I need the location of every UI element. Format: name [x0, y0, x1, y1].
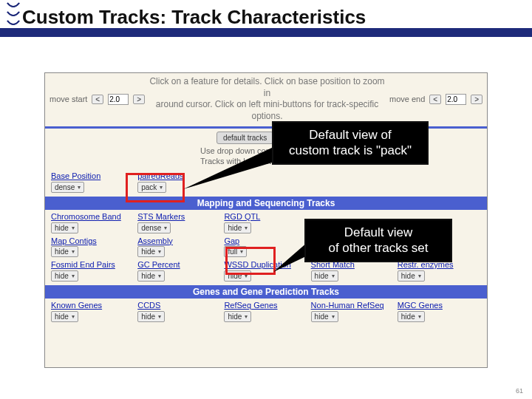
- move-end-label: move end: [389, 95, 425, 103]
- callout-other-line1: Default view: [344, 225, 413, 239]
- select-ccds[interactable]: hide▾: [137, 311, 165, 322]
- section-genes: Genes and Gene Prediction Tracks: [45, 285, 487, 299]
- move-start-input[interactable]: [108, 94, 129, 105]
- callout-other-line2: of other tracks set: [328, 241, 428, 255]
- callout-pack: Default view of custom track is "pack": [272, 121, 429, 165]
- select-restr[interactable]: hide▾: [398, 270, 425, 282]
- slide-title: Custom Tracks: Track Characteristics: [22, 6, 366, 29]
- select-paired-reads[interactable]: pack▾: [137, 182, 166, 193]
- select-short-match[interactable]: hide▾: [311, 270, 338, 282]
- select-fosmid[interactable]: hide▾: [51, 270, 78, 282]
- select-rgd-qtl[interactable]: hide▾: [224, 222, 251, 233]
- track-known-genes[interactable]: Known Genes: [51, 301, 134, 310]
- track-nonhuman-refseq[interactable]: Non-Human RefSeq: [311, 301, 395, 310]
- select-base-position[interactable]: dense▾: [51, 182, 84, 193]
- move-end-right-button[interactable]: >: [471, 95, 482, 104]
- default-tracks-button[interactable]: default tracks: [216, 132, 273, 144]
- select-sts-markers[interactable]: dense▾: [137, 222, 171, 233]
- track-assembly[interactable]: Assembly: [137, 236, 221, 246]
- select-gc-percent[interactable]: hide▾: [137, 270, 165, 282]
- select-assembly[interactable]: hide▾: [137, 246, 165, 257]
- select-map-contigs[interactable]: hide▾: [51, 246, 78, 257]
- track-ccds[interactable]: CCDS: [137, 301, 221, 310]
- select-wssd[interactable]: hide▾: [224, 270, 251, 282]
- select-gap[interactable]: full▾: [224, 246, 247, 257]
- move-end-left-button[interactable]: <: [429, 95, 441, 104]
- track-mgc[interactable]: MGC Genes: [398, 301, 481, 310]
- move-start-label: move start: [50, 95, 87, 103]
- track-sts-markers[interactable]: STS Markers: [137, 212, 221, 222]
- select-mgc[interactable]: hide▾: [398, 311, 425, 322]
- genes-tracks-grid: Known Genes hide▾ CCDS hide▾ RefSeq Gene…: [45, 300, 487, 323]
- callout-pack-line2: custom track is "pack": [289, 143, 412, 157]
- move-end-input[interactable]: [446, 94, 466, 105]
- track-fosmid[interactable]: Fosmid End Pairs: [51, 260, 134, 270]
- svg-marker-0: [183, 148, 272, 189]
- track-base-position[interactable]: Base Position: [51, 171, 134, 181]
- track-rgd-qtl[interactable]: RGD QTL: [224, 212, 307, 222]
- nav-row: move start < > Click on a feature for de…: [45, 73, 487, 125]
- callout-pack-line1: Default view of: [309, 128, 392, 142]
- callout-other: Default view of other tracks set: [304, 219, 452, 262]
- select-known-genes[interactable]: hide▾: [51, 311, 78, 322]
- select-nonhuman-refseq[interactable]: hide▾: [311, 311, 338, 322]
- track-map-contigs[interactable]: Map Contigs: [51, 236, 134, 246]
- select-chromosome-band[interactable]: hide▾: [51, 222, 78, 233]
- select-refseq[interactable]: hide▾: [224, 311, 251, 322]
- svg-marker-1: [273, 242, 307, 272]
- callout-pack-pointer: [183, 148, 275, 189]
- track-chromosome-band[interactable]: Chromosome Band: [51, 212, 134, 222]
- move-start-left-button[interactable]: <: [92, 95, 103, 104]
- callout-other-pointer: [273, 242, 307, 272]
- nav-instructions: Click on a feature for details. Click on…: [149, 76, 385, 122]
- page-number: 61: [516, 387, 523, 395]
- track-refseq[interactable]: RefSeq Genes: [224, 301, 307, 310]
- header-blue-bar: [0, 28, 532, 37]
- track-gc-percent[interactable]: GC Percent: [137, 260, 221, 270]
- section-mapping: Mapping and Sequencing Tracks: [45, 197, 487, 210]
- move-start-right-button[interactable]: >: [133, 95, 145, 104]
